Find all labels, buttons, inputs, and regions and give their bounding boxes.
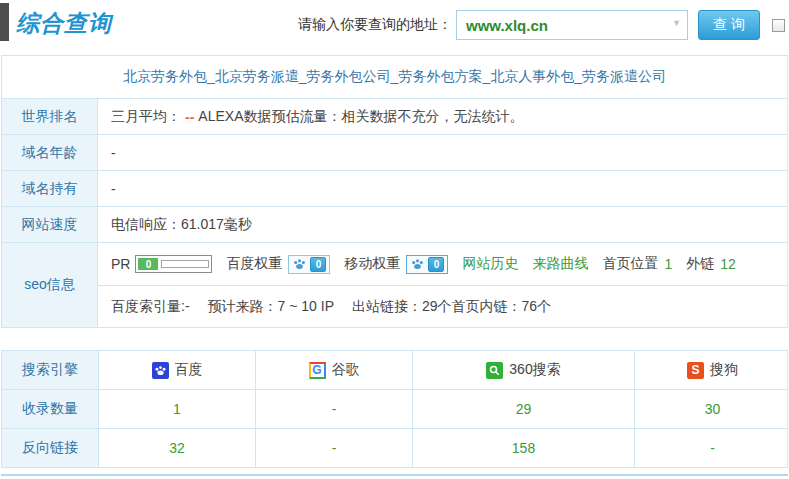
baidu-weight-badge[interactable]: 0 <box>288 255 330 274</box>
indexed-count-label: 收录数量 <box>2 390 98 428</box>
paw-icon <box>410 257 425 271</box>
outlink: 外链 12 <box>686 255 736 273</box>
outbound-links: 出站链接：29个首页内链：76个 <box>352 298 551 316</box>
pr-bar: 0 <box>135 255 212 273</box>
search-label: 请输入你要查询的地址： <box>298 16 452 34</box>
pr-label: PR <box>111 256 130 272</box>
baidu-index: 百度索引量:- <box>111 298 190 316</box>
engine-header-label: 搜索引擎 <box>2 351 98 389</box>
site-history-link[interactable]: 网站历史 <box>462 255 518 273</box>
engine-name: 谷歌 <box>332 361 360 379</box>
traffic-curve-link[interactable]: 来路曲线 <box>532 255 588 273</box>
indexed-baidu[interactable]: 1 <box>98 390 255 428</box>
row-seo: seo信息 PR 0 百度权重 <box>2 242 787 327</box>
domain-holder-value: - <box>98 171 787 206</box>
baidu-paw-icon <box>152 362 169 379</box>
google-g-icon: G <box>309 362 326 379</box>
seo-line1: PR 0 百度权重 0 <box>98 243 787 285</box>
engine-google[interactable]: G 谷歌 <box>255 351 412 389</box>
page-title: 综合查询 <box>16 8 112 39</box>
indexed-360[interactable]: 29 <box>412 390 634 428</box>
mobile-weight-value: 0 <box>428 257 444 272</box>
domain-age-value: - <box>98 135 787 170</box>
sogou-s-icon: S <box>687 362 704 379</box>
query-button[interactable]: 查 询 <box>698 10 760 40</box>
engine-360[interactable]: 360搜索 <box>412 351 634 389</box>
header-checkbox[interactable] <box>772 19 785 32</box>
mobile-weight-badge[interactable]: 0 <box>406 255 448 274</box>
domain-holder-label: 域名持有 <box>2 171 98 206</box>
engine-name: 百度 <box>175 361 203 379</box>
page: 综合查询 请输入你要查询的地址： ▼ 查 询 北京劳务外包_北京劳务派遣_劳务外… <box>0 0 789 476</box>
backlink-google: - <box>255 429 412 467</box>
title-accent-bar <box>0 3 9 41</box>
pr-track <box>161 260 209 268</box>
domain-age-label: 域名年龄 <box>2 135 98 170</box>
row-domain-holder: 域名持有 - <box>2 170 787 206</box>
indexed-sogou[interactable]: 30 <box>634 390 789 428</box>
site-info-table: 北京劳务外包_北京劳务派遣_劳务外包公司_劳务外包方案_北京人事外包_劳务派遣公… <box>1 55 788 328</box>
magnifier-icon <box>486 362 503 379</box>
baidu-weight-label: 百度权重 <box>226 255 282 273</box>
backlink-sogou: - <box>634 429 789 467</box>
mobile-weight: 移动权重 0 <box>344 255 448 274</box>
engine-table: 搜索引擎 百度 G 谷歌 360搜索 S 搜狗 <box>1 350 788 468</box>
world-rank-value: 三月平均： -- ALEXA数据预估流量：相关数据不充分，无法统计。 <box>98 99 787 134</box>
home-position-label: 首页位置 <box>602 255 658 273</box>
expected-visits: 预计来路：7 ~ 10 IP <box>208 298 334 316</box>
seo-content: PR 0 百度权重 0 <box>98 243 787 327</box>
seo-line2: 百度索引量:- 预计来路：7 ~ 10 IP 出站链接：29个首页内链：76个 <box>98 285 787 327</box>
indexed-google: - <box>255 390 412 428</box>
world-rank-dash: -- <box>185 109 194 125</box>
seo-label: seo信息 <box>2 243 98 327</box>
header: 综合查询 请输入你要查询的地址： ▼ 查 询 <box>0 0 789 50</box>
search-zone: 请输入你要查询的地址： ▼ 查 询 <box>298 10 785 40</box>
mobile-weight-label: 移动权重 <box>344 255 400 273</box>
world-rank-prefix: 三月平均： <box>111 108 181 126</box>
search-input-wrap: ▼ <box>456 10 688 40</box>
paw-icon <box>292 257 307 271</box>
site-title-link[interactable]: 北京劳务外包_北京劳务派遣_劳务外包公司_劳务外包方案_北京人事外包_劳务派遣公… <box>2 56 787 98</box>
engine-baidu[interactable]: 百度 <box>98 351 255 389</box>
outlink-value[interactable]: 12 <box>720 256 736 272</box>
row-domain-age: 域名年龄 - <box>2 134 787 170</box>
engine-header-row: 搜索引擎 百度 G 谷歌 360搜索 S 搜狗 <box>2 351 787 389</box>
home-position: 首页位置 1 <box>602 255 672 273</box>
pr-widget: PR 0 <box>111 255 212 273</box>
backlink-row: 反向链接 32 - 158 - <box>2 428 787 467</box>
dropdown-caret-icon[interactable]: ▼ <box>672 19 681 28</box>
engine-name: 360搜索 <box>509 361 560 379</box>
world-rank-suffix: ALEXA数据预估流量：相关数据不充分，无法统计。 <box>198 108 523 126</box>
site-speed-label: 网站速度 <box>2 207 98 242</box>
engine-sogou[interactable]: S 搜狗 <box>634 351 789 389</box>
search-input[interactable] <box>456 10 688 40</box>
baidu-weight: 百度权重 0 <box>226 255 330 274</box>
engine-name: 搜狗 <box>710 361 738 379</box>
world-rank-label: 世界排名 <box>2 99 98 134</box>
pr-value: 0 <box>138 258 158 270</box>
indexed-count-row: 收录数量 1 - 29 30 <box>2 389 787 428</box>
backlink-baidu[interactable]: 32 <box>98 429 255 467</box>
site-speed-value: 电信响应：61.017毫秒 <box>98 207 787 242</box>
row-site-speed: 网站速度 电信响应：61.017毫秒 <box>2 206 787 242</box>
baidu-weight-value: 0 <box>310 257 326 272</box>
next-section-divider <box>1 474 788 476</box>
row-world-rank: 世界排名 三月平均： -- ALEXA数据预估流量：相关数据不充分，无法统计。 <box>2 98 787 134</box>
backlink-360[interactable]: 158 <box>412 429 634 467</box>
outlink-label: 外链 <box>686 255 714 273</box>
backlink-label: 反向链接 <box>2 429 98 467</box>
home-position-value[interactable]: 1 <box>664 256 672 272</box>
